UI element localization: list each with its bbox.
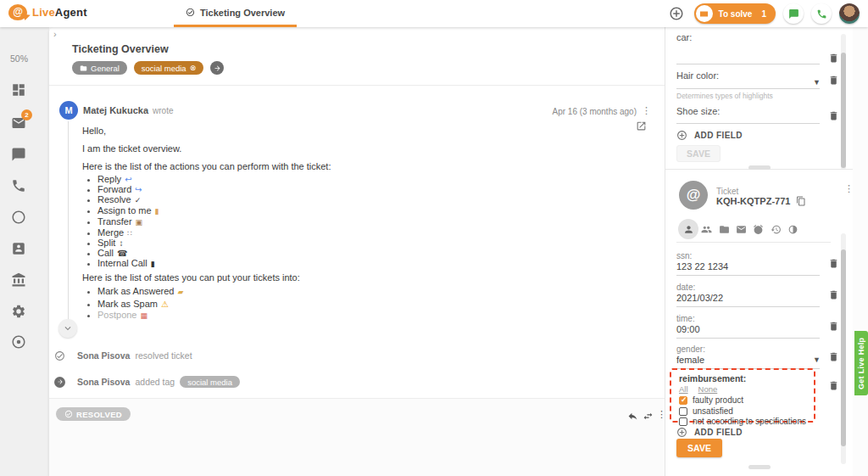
- tab-ticketing-overview[interactable]: Ticketing Overview: [174, 0, 297, 27]
- ssn-field-label: ssn:: [676, 251, 692, 260]
- resolve-check-icon: ✓: [135, 196, 142, 204]
- phone-icon: [816, 8, 827, 20]
- tag-added-icon: [54, 377, 65, 388]
- liveagent-logo[interactable]: @ LiveAgent: [8, 4, 87, 20]
- online-visitors-icon[interactable]: [11, 210, 26, 225]
- checkbox-label: not according to specifications: [693, 417, 806, 426]
- panel-resize-handle[interactable]: [748, 165, 771, 170]
- tab-mail-icon[interactable]: [736, 224, 747, 235]
- select-none-link[interactable]: None: [698, 384, 718, 394]
- collapse-message-button[interactable]: [58, 319, 77, 338]
- add-field-button[interactable]: ADD FIELD: [676, 130, 743, 141]
- tab-folder-icon[interactable]: [719, 224, 730, 235]
- tab-group-icon[interactable]: [701, 224, 712, 235]
- checkbox-faulty-product[interactable]: [679, 396, 687, 405]
- message-author: Matej Kukuckawrote: [83, 105, 173, 115]
- scrollbar-thumb[interactable]: [841, 249, 846, 446]
- get-live-help-button[interactable]: Get Live Help: [854, 331, 868, 395]
- calls-nav-icon[interactable]: [11, 178, 26, 193]
- details-sidebar: car: Hair color: ▼ Determines types of h…: [665, 27, 853, 476]
- list-item: Internal Call▮: [97, 259, 159, 270]
- ticket-panel: › Ticketing Overview General social medi…: [49, 27, 665, 476]
- checkbox-unsatisfied[interactable]: [679, 407, 687, 416]
- answered-icon: ▰: [177, 288, 183, 296]
- assign-person-icon: ▮: [155, 207, 159, 216]
- copy-icon[interactable]: [796, 196, 806, 206]
- add-tag-button[interactable]: [210, 61, 224, 75]
- delete-field-icon[interactable]: [828, 289, 839, 300]
- delete-field-icon[interactable]: [828, 75, 839, 86]
- checkbox-label: unsatisfied: [693, 406, 733, 416]
- transfer-action-icon[interactable]: [643, 411, 654, 422]
- tab-contact-details[interactable]: [678, 219, 698, 239]
- tag-row: General social media ⊗: [72, 61, 224, 75]
- settings-gear-icon[interactable]: [11, 304, 26, 319]
- dropdown-caret-icon[interactable]: ▼: [813, 356, 821, 364]
- tab-alarm-icon[interactable]: [753, 224, 764, 235]
- person-icon: [683, 224, 694, 235]
- resolved-check-icon: [54, 350, 65, 361]
- panel-resize-handle[interactable]: [748, 465, 771, 469]
- call-icon: ☎: [117, 249, 127, 258]
- date-field-value[interactable]: 2021/03/22: [676, 293, 723, 303]
- dropdown-caret-icon[interactable]: ▼: [813, 78, 821, 87]
- add-field-button[interactable]: ADD FIELD: [676, 427, 743, 438]
- delete-field-icon[interactable]: [828, 380, 839, 391]
- add-new-button[interactable]: [666, 3, 687, 24]
- time-field-value[interactable]: 09:00: [676, 324, 700, 334]
- calls-button[interactable]: [811, 3, 832, 24]
- select-all-link[interactable]: All: [679, 384, 688, 394]
- left-nav-rail: 50% 2: [0, 27, 49, 476]
- ticket-avatar: @: [679, 181, 708, 210]
- states-heading: Here is the list of states you can put y…: [82, 272, 300, 283]
- check-circle-icon: [186, 8, 195, 17]
- collapse-chevron[interactable]: ›: [53, 29, 57, 39]
- message-menu-icon[interactable]: ⋮: [642, 105, 651, 116]
- delete-field-icon[interactable]: [828, 53, 839, 64]
- event-author: Sona Pisova: [77, 377, 130, 387]
- event-resolved-row: Sona Pisova resolved ticket: [53, 350, 192, 361]
- user-avatar[interactable]: [839, 3, 860, 24]
- author-avatar[interactable]: M: [59, 101, 78, 120]
- contacts-icon[interactable]: [11, 241, 26, 256]
- internal-call-icon: ▮: [151, 260, 155, 268]
- remove-tag-icon[interactable]: ⊗: [190, 64, 197, 72]
- chats-button[interactable]: [783, 3, 804, 24]
- postpone-calendar-icon: ▦: [140, 311, 147, 320]
- time-field-label: time:: [676, 314, 695, 323]
- ssn-field-value[interactable]: 123 22 1234: [676, 261, 728, 272]
- delete-field-icon[interactable]: [828, 321, 839, 332]
- message-p2: I am the ticket overview.: [82, 143, 181, 154]
- tickets-badge: 2: [21, 109, 32, 120]
- department-tag[interactable]: General: [72, 61, 127, 75]
- delete-field-icon[interactable]: [828, 351, 839, 362]
- delete-field-icon[interactable]: [828, 110, 839, 121]
- dashboard-icon[interactable]: [11, 82, 26, 98]
- divider: [49, 85, 665, 86]
- checkbox-not-to-spec[interactable]: [679, 417, 687, 426]
- arrow-right-icon: [214, 64, 221, 72]
- more-actions-icon[interactable]: ⋮: [657, 409, 665, 420]
- chat-icon: [788, 8, 799, 20]
- tab-label: Ticketing Overview: [200, 8, 285, 18]
- target-icon[interactable]: [11, 334, 26, 350]
- departments-icon[interactable]: [11, 272, 26, 288]
- gender-field-value[interactable]: female: [676, 355, 704, 365]
- reimbursement-label: reimbursement:: [679, 373, 746, 384]
- ticket-footer: [49, 398, 665, 476]
- logo-bubble-icon: @: [8, 4, 27, 20]
- reply-action-icon[interactable]: [627, 411, 638, 422]
- to-solve-button[interactable]: To solve 1: [694, 3, 776, 24]
- message-p1: Hello,: [82, 126, 106, 136]
- delete-field-icon[interactable]: [828, 258, 839, 269]
- input-underline: [676, 306, 820, 307]
- chats-nav-icon[interactable]: [11, 147, 26, 162]
- social-media-tag[interactable]: social media ⊗: [134, 61, 203, 75]
- save-button[interactable]: SAVE: [676, 439, 722, 457]
- tab-contrast-icon[interactable]: [787, 224, 798, 235]
- scrollbar-thumb[interactable]: [841, 53, 846, 168]
- check-circle-icon: [64, 410, 73, 418]
- tab-history-icon[interactable]: [771, 224, 782, 235]
- open-in-new-icon[interactable]: [636, 120, 647, 132]
- ticket-kind-label: Ticket: [716, 187, 738, 196]
